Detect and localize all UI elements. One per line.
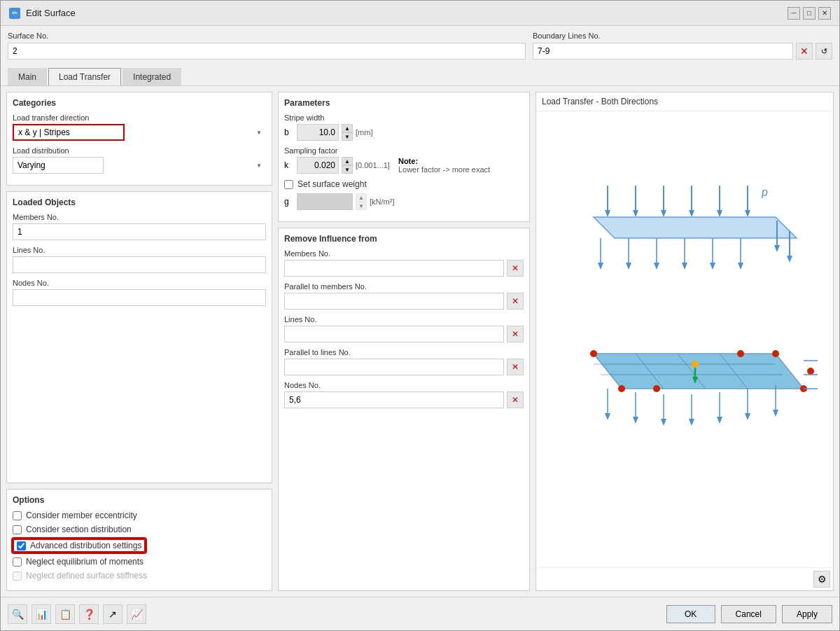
consider-section-label: Consider section distribution bbox=[26, 525, 132, 534]
minimize-button[interactable]: ─ bbox=[788, 7, 800, 20]
ri-nodes-label: Nodes No. bbox=[284, 381, 524, 389]
stripe-width-unit: [mm] bbox=[356, 128, 372, 137]
sampling-factor-up[interactable]: ▲ bbox=[342, 157, 353, 165]
sampling-factor-input[interactable] bbox=[297, 157, 339, 174]
loaded-objects-title: Loaded Objects bbox=[13, 197, 266, 207]
note-text: Lower factor -> more exact bbox=[398, 165, 490, 174]
consider-eccentricity-checkbox[interactable] bbox=[13, 511, 22, 520]
ri-lines-input[interactable] bbox=[284, 326, 504, 342]
options-section: Options Consider member eccentricity Con… bbox=[6, 489, 272, 591]
lo-lines-row: Lines No. bbox=[13, 246, 266, 273]
bottom-plate bbox=[590, 350, 818, 426]
ri-parallel-members-input[interactable] bbox=[284, 293, 504, 310]
title-bar-left: ✏ Edit Surface bbox=[9, 8, 76, 19]
advanced-settings-checkbox[interactable] bbox=[17, 541, 26, 550]
viz-settings-btn[interactable]: ⚙ bbox=[813, 571, 830, 588]
ri-nodes-input[interactable] bbox=[284, 391, 504, 408]
lo-members-input[interactable] bbox=[13, 223, 266, 240]
cancel-button[interactable]: Cancel bbox=[721, 605, 776, 623]
neglect-surface-row: Neglect defined surface stiffness bbox=[13, 571, 266, 581]
boundary-lines-input[interactable] bbox=[533, 43, 793, 60]
lo-lines-label: Lines No. bbox=[13, 246, 266, 254]
footer-arrow-icon[interactable]: ↗ bbox=[103, 604, 122, 624]
apply-button[interactable]: Apply bbox=[782, 605, 832, 623]
top-plate: p bbox=[594, 186, 797, 270]
surface-weight-row: Set surface weight g ▲ ▼ [kN/m²] bbox=[284, 179, 524, 210]
ri-parallel-lines-clear-btn[interactable]: ✕ bbox=[507, 359, 524, 375]
ri-members-clear-btn[interactable]: ✕ bbox=[507, 260, 524, 277]
load-transfer-direction-select[interactable]: x & y | Stripes bbox=[13, 124, 125, 141]
stripe-width-up[interactable]: ▲ bbox=[342, 124, 353, 132]
ri-parallel-lines-input[interactable] bbox=[284, 359, 504, 375]
ri-nodes-row: Nodes No. ✕ bbox=[284, 381, 524, 408]
close-button[interactable]: ✕ bbox=[818, 7, 831, 20]
ri-parallel-lines-row: Parallel to lines No. ✕ bbox=[284, 348, 524, 375]
svg-marker-20 bbox=[626, 263, 631, 270]
svg-point-44 bbox=[807, 368, 814, 375]
lo-lines-input[interactable] bbox=[13, 256, 266, 273]
svg-marker-46 bbox=[605, 413, 610, 420]
neglect-surface-label: Neglect defined surface stiffness bbox=[26, 571, 147, 581]
footer-calc-icon[interactable]: 📊 bbox=[31, 604, 51, 624]
sampling-factor-inputs: k ▲ ▼ [0.001...1] Note: Lower factor -> … bbox=[284, 157, 524, 174]
footer-buttons: OK Cancel Apply bbox=[666, 605, 832, 623]
surface-no-group: Surface No. bbox=[8, 32, 526, 60]
sampling-symbol: k bbox=[284, 160, 294, 170]
svg-point-43 bbox=[737, 350, 744, 357]
sampling-range: [0.001...1] bbox=[356, 161, 390, 169]
svg-marker-50 bbox=[661, 419, 666, 426]
ri-parallel-members-clear-btn[interactable]: ✕ bbox=[507, 293, 524, 310]
svg-marker-24 bbox=[682, 263, 687, 270]
neglect-equilibrium-row: Neglect equilibrium of moments bbox=[13, 557, 266, 567]
sampling-factor-down[interactable]: ▼ bbox=[342, 165, 353, 174]
svg-point-37 bbox=[692, 361, 699, 368]
svg-marker-12 bbox=[594, 217, 797, 238]
ri-members-input[interactable] bbox=[284, 260, 504, 277]
title-bar: ✏ Edit Surface ─ □ ✕ bbox=[1, 1, 839, 26]
ri-parallel-members-row: Parallel to members No. ✕ bbox=[284, 282, 524, 310]
set-surface-weight-label: Set surface weight bbox=[298, 179, 367, 189]
maximize-button[interactable]: □ bbox=[803, 7, 816, 20]
advanced-settings-highlight: Advanced distribution settings bbox=[13, 539, 146, 553]
stripe-width-down[interactable]: ▼ bbox=[342, 132, 353, 141]
tab-integrated[interactable]: Integrated bbox=[122, 68, 181, 85]
ri-nodes-clear-btn[interactable]: ✕ bbox=[507, 391, 524, 408]
surface-weight-inputs: g ▲ ▼ [kN/m²] bbox=[284, 193, 524, 210]
boundary-lines-clear-btn[interactable]: ✕ bbox=[796, 43, 813, 60]
tab-main[interactable]: Main bbox=[8, 68, 47, 85]
footer-search-icon[interactable]: 🔍 bbox=[8, 604, 27, 624]
middle-panel: Parameters Stripe width b ▲ ▼ [mm] bbox=[278, 92, 530, 591]
load-distribution-wrapper: Varying bbox=[13, 157, 266, 174]
parameters-title: Parameters bbox=[284, 98, 524, 108]
svg-marker-11 bbox=[745, 210, 750, 217]
ri-members-label: Members No. bbox=[284, 249, 524, 258]
ri-parallel-lines-inputs: ✕ bbox=[284, 359, 524, 375]
set-surface-weight-checkbox[interactable] bbox=[284, 180, 293, 189]
stripe-width-input[interactable] bbox=[297, 124, 339, 141]
ri-parallel-members-inputs: ✕ bbox=[284, 293, 524, 310]
svg-marker-28 bbox=[738, 263, 743, 270]
boundary-lines-refresh-btn[interactable]: ↺ bbox=[816, 43, 832, 60]
lo-nodes-row: Nodes No. bbox=[13, 279, 266, 306]
footer-help-icon[interactable]: ❓ bbox=[79, 604, 99, 624]
footer-table-icon[interactable]: 📋 bbox=[55, 604, 75, 624]
ok-button[interactable]: OK bbox=[666, 605, 715, 623]
svg-point-38 bbox=[618, 385, 625, 392]
surface-no-input[interactable] bbox=[8, 43, 526, 60]
sampling-factor-row: Sampling factor k ▲ ▼ [0.001...1] Note: … bbox=[284, 146, 524, 174]
boundary-lines-group: Boundary Lines No. ✕ ↺ bbox=[533, 32, 832, 60]
svg-marker-26 bbox=[710, 263, 715, 270]
load-distribution-select[interactable]: Varying bbox=[13, 157, 104, 174]
neglect-equilibrium-checkbox[interactable] bbox=[13, 557, 22, 567]
categories-title: Categories bbox=[13, 98, 266, 108]
advanced-settings-label: Advanced distribution settings bbox=[30, 541, 141, 550]
consider-section-checkbox[interactable] bbox=[13, 525, 22, 534]
lo-nodes-input[interactable] bbox=[13, 289, 266, 306]
viz-content: p bbox=[536, 111, 833, 567]
ri-lines-clear-btn[interactable]: ✕ bbox=[507, 326, 524, 342]
tab-load-transfer[interactable]: Load Transfer bbox=[48, 68, 121, 85]
remove-influence-title: Remove Influence from bbox=[284, 234, 524, 244]
footer-graph-icon[interactable]: 📈 bbox=[127, 604, 146, 624]
svg-marker-54 bbox=[717, 417, 722, 424]
ri-nodes-inputs: ✕ bbox=[284, 391, 524, 408]
